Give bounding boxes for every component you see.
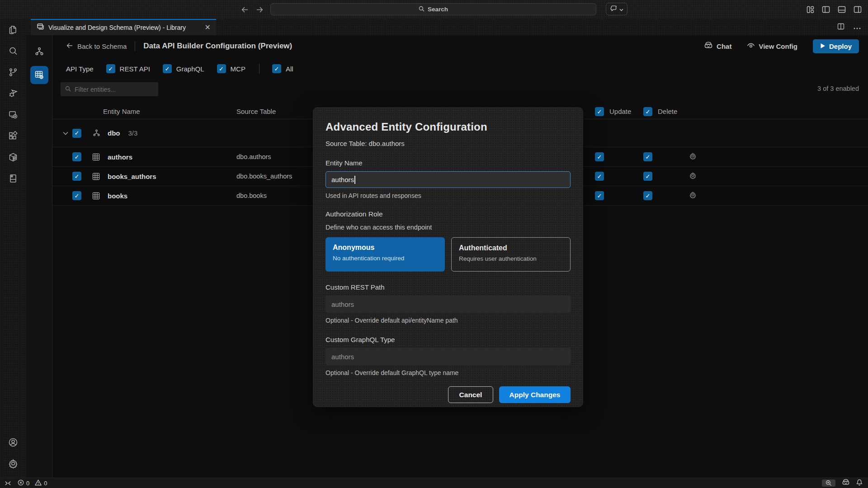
rest-api-checkbox[interactable]: ✓ (106, 64, 115, 73)
more-actions-icon[interactable] (854, 23, 861, 31)
rest-path-placeholder: authors (331, 300, 354, 308)
schema-icon (92, 129, 108, 137)
entity-name-input[interactable]: authors (326, 171, 571, 188)
col-update: Update (609, 108, 631, 115)
chat-button[interactable]: Chat (704, 42, 731, 51)
filter-all[interactable]: ✓ All (272, 64, 293, 73)
source-control-icon[interactable] (0, 61, 26, 83)
bell-icon[interactable] (856, 479, 863, 487)
source-table-value: dbo.books (236, 192, 267, 199)
extensions-icon[interactable] (0, 125, 26, 146)
title-bar: Search (0, 0, 868, 19)
problems-indicator[interactable]: 0 0 (18, 479, 47, 487)
row-delete-checkbox[interactable]: ✓ (643, 172, 652, 181)
database-projects-icon[interactable] (0, 168, 26, 189)
mcp-checkbox[interactable]: ✓ (217, 64, 226, 73)
group-count: 3/3 (128, 129, 138, 137)
customize-layout-icon[interactable] (807, 6, 814, 14)
toggle-primary-sidebar-icon[interactable] (822, 6, 830, 13)
custom-graphql-type-label: Custom GraphQL Type (326, 336, 571, 343)
row-update-checkbox[interactable]: ✓ (595, 152, 604, 161)
error-count: 0 (26, 480, 29, 487)
back-to-schema-link[interactable]: Back to Schema (66, 42, 127, 50)
containers-icon[interactable] (0, 146, 26, 168)
app-window: Search Visualize and Design Schema (Prev… (0, 0, 868, 488)
group-expand-chevron-icon[interactable] (59, 131, 72, 135)
copilot-chat-icon (610, 5, 618, 13)
custom-rest-path-hint: Optional - Override default api/entityNa… (326, 317, 571, 324)
toggle-secondary-sidebar-icon[interactable] (854, 6, 862, 13)
group-checkbox[interactable]: ✓ (72, 129, 81, 138)
row-delete-checkbox[interactable]: ✓ (643, 152, 652, 161)
page-title: Data API Builder Configuration (Preview) (143, 42, 292, 51)
role-card-anonymous[interactable]: Anonymous No authentication required (326, 237, 445, 272)
play-icon (820, 42, 826, 50)
filter-entities-input[interactable]: Filter entities... (61, 82, 158, 96)
editor-tab-strip: Visualize and Design Schema (Preview) - … (26, 19, 868, 35)
explorer-icon[interactable] (0, 19, 26, 40)
filter-rest-api[interactable]: ✓ REST API (106, 64, 150, 73)
view-config-button[interactable]: View Config (747, 42, 797, 50)
back-to-schema-label: Back to Schema (77, 42, 127, 50)
run-debug-icon[interactable] (0, 83, 26, 104)
role-sub: Requires user authentication (459, 255, 563, 262)
row-update-checkbox[interactable]: ✓ (595, 191, 604, 200)
source-table-value: dbo.authors (236, 153, 271, 160)
update-all-checkbox[interactable]: ✓ (595, 107, 604, 116)
status-bar: 0 0 (0, 478, 868, 488)
entity-name-label: Entity Name (326, 159, 571, 167)
copilot-chat-button[interactable] (606, 3, 627, 15)
warning-count: 0 (44, 480, 47, 487)
row-checkbox[interactable]: ✓ (72, 172, 81, 181)
search-view-icon[interactable] (0, 40, 26, 61)
table-grid-icon (92, 173, 108, 180)
toggle-panel-icon[interactable] (838, 6, 846, 13)
account-icon[interactable] (0, 432, 26, 453)
row-settings-gear-icon[interactable] (689, 172, 697, 181)
settings-gear-icon[interactable] (0, 453, 26, 474)
table-configuration-button[interactable] (30, 66, 48, 84)
delete-all-checkbox[interactable]: ✓ (643, 107, 652, 116)
custom-graphql-type-input[interactable]: authors (326, 348, 571, 365)
dialog-source-table: Source Table: dbo.authors (326, 140, 571, 147)
back-arrow-icon (66, 42, 73, 50)
role-card-authenticated[interactable]: Authenticated Requires user authenticati… (451, 237, 571, 272)
deploy-label: Deploy (829, 42, 852, 50)
zoom-status-icon[interactable] (822, 479, 835, 487)
history-back-icon[interactable] (241, 6, 249, 13)
apply-changes-button[interactable]: Apply Changes (499, 386, 571, 403)
row-delete-checkbox[interactable]: ✓ (643, 191, 652, 200)
filter-placeholder: Filter entities... (75, 86, 116, 93)
all-checkbox[interactable]: ✓ (272, 64, 281, 73)
error-icon (18, 479, 24, 487)
graphql-checkbox[interactable]: ✓ (163, 64, 172, 73)
tab-visualize-design-schema[interactable]: Visualize and Design Schema (Preview) - … (31, 19, 216, 35)
filter-mcp[interactable]: ✓ MCP (217, 64, 245, 73)
tab-close-icon[interactable]: ✕ (205, 24, 211, 31)
deploy-button[interactable]: Deploy (813, 39, 859, 53)
row-checkbox[interactable]: ✓ (72, 152, 81, 161)
command-center-search[interactable]: Search (270, 3, 596, 15)
authorization-role-sub: Define who can access this endpoint (326, 224, 571, 231)
activity-bar (0, 19, 26, 478)
role-title: Anonymous (333, 244, 438, 252)
filter-search-icon (65, 86, 71, 93)
schema-designer-icon[interactable] (30, 42, 48, 61)
row-update-checkbox[interactable]: ✓ (595, 172, 604, 181)
advanced-entity-configuration-dialog: Advanced Entity Configuration Source Tab… (313, 107, 583, 407)
row-settings-gear-icon[interactable] (689, 191, 697, 200)
copilot-status-icon[interactable] (842, 479, 850, 487)
history-forward-icon[interactable] (256, 6, 264, 13)
copilot-icon (704, 42, 713, 51)
filter-graphql[interactable]: ✓ GraphQL (163, 64, 204, 73)
dialog-title: Advanced Entity Configuration (326, 121, 571, 133)
split-editor-icon[interactable] (837, 23, 844, 32)
row-settings-gear-icon[interactable] (689, 152, 697, 161)
entity-name: authors (108, 153, 132, 161)
cancel-button[interactable]: Cancel (448, 386, 493, 403)
custom-rest-path-input[interactable]: authors (326, 296, 571, 313)
remote-explorer-icon[interactable] (0, 104, 26, 125)
view-config-label: View Config (759, 42, 797, 50)
remote-indicator-icon[interactable] (5, 480, 11, 486)
row-checkbox[interactable]: ✓ (72, 191, 81, 200)
